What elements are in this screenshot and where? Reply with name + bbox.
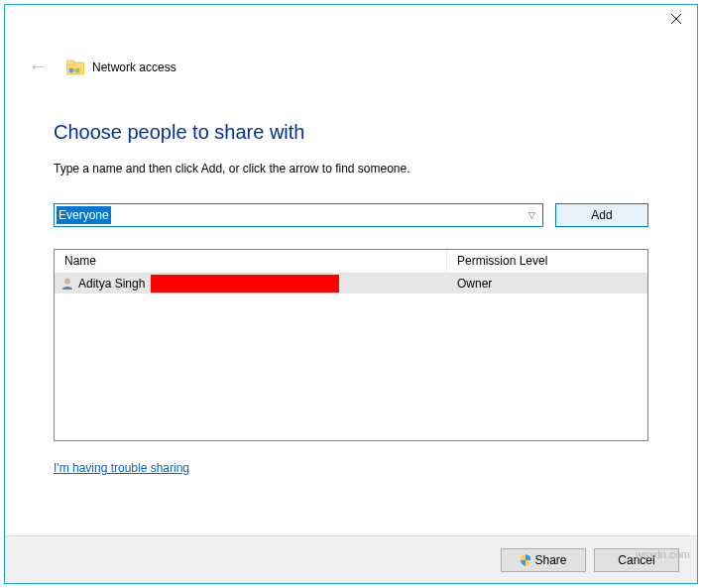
- close-icon: [671, 14, 681, 24]
- user-name-text: Aditya Singh: [78, 277, 145, 291]
- breadcrumb: ← Network access: [5, 55, 697, 79]
- table-header: Name Permission Level: [55, 250, 647, 274]
- cell-permission: Owner: [447, 277, 647, 291]
- share-button[interactable]: Share: [501, 548, 586, 572]
- trouble-sharing-link[interactable]: I'm having trouble sharing: [54, 461, 648, 475]
- dialog-title: Network access: [92, 60, 176, 74]
- table-row[interactable]: Aditya Singh Owner: [55, 274, 647, 294]
- name-combobox[interactable]: Everyone ▽: [54, 203, 543, 227]
- svg-rect-3: [66, 60, 74, 64]
- network-access-dialog: ← Network access Choose people to share …: [4, 4, 698, 584]
- network-folder-icon: [66, 59, 84, 75]
- back-arrow-icon[interactable]: ←: [23, 55, 53, 79]
- add-button[interactable]: Add: [555, 203, 648, 227]
- column-header-name[interactable]: Name: [55, 250, 447, 273]
- titlebar: [5, 5, 697, 41]
- redacted-block: [151, 275, 339, 293]
- cell-name: Aditya Singh: [55, 275, 447, 293]
- people-table: Name Permission Level Aditya Singh Owner: [54, 249, 648, 441]
- user-icon: [60, 277, 74, 291]
- instruction-text: Type a name and then click Add, or click…: [54, 162, 648, 176]
- share-button-label: Share: [534, 553, 566, 567]
- add-person-row: Everyone ▽ Add: [54, 203, 648, 227]
- table-body: Aditya Singh Owner: [55, 274, 647, 440]
- svg-point-6: [64, 279, 70, 285]
- column-header-permission[interactable]: Permission Level: [447, 250, 647, 273]
- watermark-text: wsxdn.com: [636, 548, 690, 560]
- name-input-value: Everyone: [57, 206, 111, 224]
- close-button[interactable]: [655, 5, 697, 33]
- chevron-down-icon[interactable]: ▽: [525, 210, 542, 220]
- content-area: Choose people to share with Type a name …: [5, 79, 697, 535]
- svg-point-5: [75, 67, 80, 72]
- shield-icon: [520, 554, 531, 566]
- svg-point-4: [69, 67, 74, 72]
- dialog-footer: Share Cancel: [5, 535, 697, 583]
- page-heading: Choose people to share with: [54, 121, 648, 144]
